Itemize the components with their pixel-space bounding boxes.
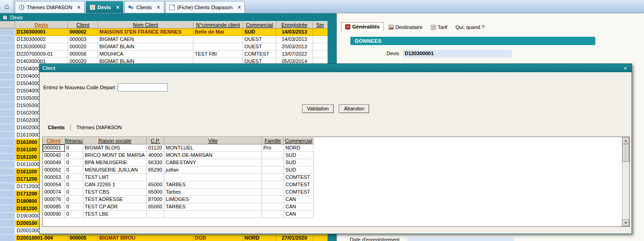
row-selector[interactable] bbox=[0, 43, 15, 51]
column-header-client[interactable]: Client bbox=[68, 21, 98, 29]
column-header-enregistree[interactable]: Enregistrée bbox=[276, 21, 313, 29]
row-selector[interactable] bbox=[0, 183, 15, 190]
row-selector[interactable] bbox=[0, 235, 15, 241]
row-selector[interactable] bbox=[0, 205, 15, 212]
tab-qui-quand[interactable]: Qui, quand ? bbox=[452, 23, 488, 31]
table-row[interactable]: 0000520MENUISERIE JUILLAN65290juillanSUD bbox=[43, 166, 629, 174]
close-icon[interactable]: × bbox=[621, 65, 629, 71]
grid-cell: 000001 bbox=[43, 144, 65, 152]
row-selector[interactable] bbox=[0, 95, 15, 102]
column-header-commande[interactable]: N°commande client bbox=[193, 21, 243, 29]
row-selector[interactable] bbox=[0, 51, 15, 58]
row-selector[interactable] bbox=[0, 58, 15, 65]
tab-generalites[interactable]: Généralités bbox=[341, 22, 384, 31]
table-row[interactable]: 0000010BIGMAT BLOIS01120MONTLUELProNORD bbox=[43, 144, 629, 152]
grid-cell bbox=[313, 43, 328, 51]
table-row[interactable]: 0000850TEST CP ADR65000TARBESCAN bbox=[43, 203, 629, 211]
table-row[interactable]: 0000740TEST CBS65000TarbesCOMTEST bbox=[43, 189, 629, 196]
row-selector[interactable] bbox=[0, 124, 15, 132]
row-selector[interactable] bbox=[0, 198, 15, 205]
row-selector[interactable] bbox=[0, 220, 15, 227]
row-selector[interactable] bbox=[0, 212, 15, 220]
home-button[interactable]: ⌂ bbox=[0, 0, 14, 13]
grid-cell: BIGMAT BLOIS bbox=[83, 144, 147, 152]
column-header-ville[interactable]: Ville bbox=[164, 137, 262, 144]
tab-destinataire[interactable]: Destinataire bbox=[385, 23, 426, 31]
grid-cell: SUD bbox=[243, 29, 276, 36]
table-row[interactable]: 0000420BRICO MONT DE MARSA40000MONT-DE-M… bbox=[43, 152, 629, 159]
row-selector[interactable] bbox=[0, 65, 15, 73]
grid-cell: CAN 22265 1 bbox=[83, 181, 147, 189]
column-header-reseau[interactable]: Réseau bbox=[65, 137, 83, 144]
close-icon[interactable]: × bbox=[238, 4, 241, 11]
column-header-ser[interactable]: Ser bbox=[313, 21, 328, 29]
devis-field-value[interactable]: D130300001 bbox=[403, 50, 512, 57]
table-row[interactable]: 0000760TEST ADRESSE87000LIMOGESCAN bbox=[43, 196, 629, 203]
abandon-button[interactable]: Abandon bbox=[339, 104, 369, 113]
row-selector[interactable] bbox=[0, 102, 15, 109]
grid-cell: 65290 bbox=[147, 166, 164, 174]
row-selector[interactable] bbox=[0, 161, 15, 168]
tab-fiche-clients-diapason[interactable]: (Fiche) Clients Diapason × bbox=[165, 1, 245, 13]
tab-label: Thèmes DIAPASON bbox=[27, 5, 72, 10]
column-header-cp[interactable]: C.P. bbox=[147, 137, 164, 144]
scroll-up-icon[interactable]: ▲ bbox=[622, 137, 629, 144]
row-selector[interactable] bbox=[0, 29, 15, 36]
row-selector[interactable] bbox=[0, 109, 15, 117]
validation-button[interactable]: Validation bbox=[302, 104, 334, 113]
tab-themes-diapason-list[interactable]: Thèmes DIAPASON bbox=[72, 124, 127, 131]
row-selector[interactable] bbox=[0, 190, 15, 198]
grid-cell: BIGMAT CAEN bbox=[98, 36, 193, 43]
table-row[interactable]: 0000540CAN 22265 165000TARBESCOMTEST bbox=[43, 181, 629, 189]
table-row[interactable]: 0000490BPA MENUISERIE66330CABESTANYSUD bbox=[43, 159, 629, 166]
row-selector[interactable] bbox=[0, 132, 15, 139]
vertical-scrollbar[interactable]: ▲ ▼ bbox=[622, 137, 629, 226]
tab-clients-list[interactable]: Clients bbox=[43, 124, 70, 131]
book-icon bbox=[345, 24, 350, 29]
row-selector[interactable] bbox=[0, 227, 15, 235]
column-header-commercial[interactable]: Commercial bbox=[243, 21, 276, 29]
column-header-famille[interactable]: Famille bbox=[262, 137, 284, 144]
scrollbar-thumb[interactable] bbox=[622, 144, 629, 162]
grid-cell: NORD bbox=[243, 235, 276, 241]
column-header-devis[interactable]: Devis bbox=[15, 21, 68, 29]
grid-cell: 0 bbox=[65, 174, 83, 181]
row-selector[interactable] bbox=[0, 146, 15, 154]
table-row[interactable]: D130300002000003BIGMAT CAENOUEST14/03/20… bbox=[0, 36, 328, 43]
row-selector[interactable] bbox=[0, 87, 15, 95]
grid-cell: D130300001 bbox=[15, 29, 68, 36]
grid-cell: TEST CBS bbox=[83, 189, 147, 196]
close-icon[interactable]: × bbox=[77, 4, 81, 11]
row-selector[interactable] bbox=[0, 139, 15, 146]
column-header-raison-sociale[interactable]: Raison sociale bbox=[83, 137, 147, 144]
tab-clients[interactable]: Clients × bbox=[124, 1, 164, 13]
grid-cell: MONT-DE-MARSAN bbox=[164, 152, 262, 159]
tab-devis[interactable]: Devis × bbox=[86, 1, 123, 13]
table-row[interactable]: D130300001000002MAISONS D'EN FRANCE RENN… bbox=[0, 29, 328, 36]
grid-cell: SUD bbox=[284, 159, 313, 166]
column-header-nom-client[interactable]: Nom Client bbox=[98, 21, 193, 29]
table-row[interactable]: 0000900TEST LBECAN bbox=[43, 211, 629, 218]
date-field-value[interactable] bbox=[407, 237, 514, 241]
tab-tarif[interactable]: Tarif bbox=[427, 23, 451, 31]
row-selector[interactable] bbox=[0, 154, 15, 161]
grid-cell: 000058 bbox=[68, 51, 98, 58]
row-selector[interactable] bbox=[0, 36, 15, 43]
row-selector[interactable] bbox=[0, 73, 15, 80]
column-header-client[interactable]: Client bbox=[43, 137, 65, 144]
close-icon[interactable]: × bbox=[157, 4, 160, 11]
panel-title-bar: Devis bbox=[0, 13, 337, 21]
new-code-input[interactable] bbox=[118, 83, 168, 92]
row-selector[interactable] bbox=[0, 176, 15, 183]
table-row[interactable]: D20010001-004000005BIGMAT BROUDGBNORD27/… bbox=[0, 235, 328, 241]
table-row[interactable]: D220700009-01000058MOUHICATEST FBICOMTES… bbox=[0, 51, 328, 58]
row-selector[interactable] bbox=[0, 117, 15, 124]
tab-themes-diapason[interactable]: Thèmes DIAPASON × bbox=[15, 1, 85, 13]
close-icon[interactable]: × bbox=[116, 4, 119, 11]
column-header-commercial[interactable]: Commercial bbox=[284, 137, 313, 144]
row-selector[interactable] bbox=[0, 80, 15, 87]
table-row[interactable]: 0000530TEST LMTCOMTEST bbox=[43, 174, 629, 181]
row-selector[interactable] bbox=[0, 168, 15, 176]
scroll-down-icon[interactable]: ▼ bbox=[622, 219, 629, 226]
table-row[interactable]: D130300003000020BIGMAT BLAINOUEST20/03/2… bbox=[0, 43, 328, 51]
